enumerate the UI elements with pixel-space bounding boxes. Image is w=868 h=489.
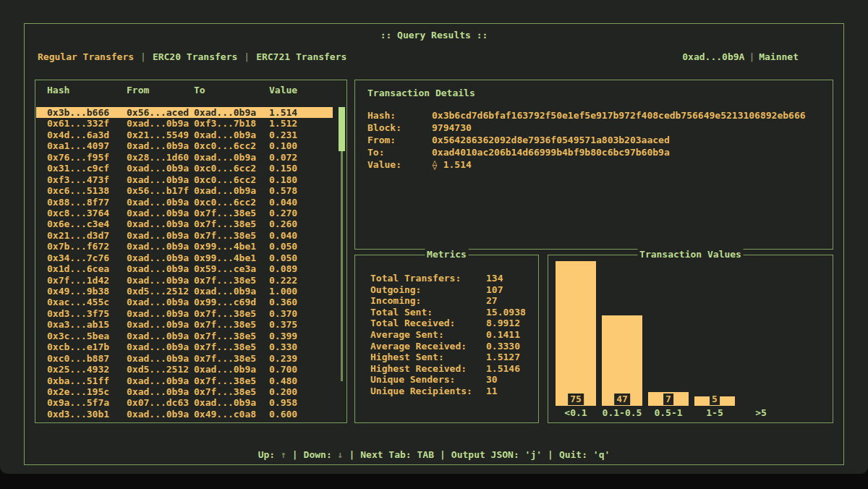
cell-hash: 0xc8...3764 bbox=[47, 208, 127, 218]
cell-hash: 0x88...8f77 bbox=[47, 197, 127, 208]
screen-bottom-strip bbox=[0, 474, 868, 489]
table-row[interactable]: 0x4d...6a3d0x21...55490xad...0b9a0.231 bbox=[36, 129, 333, 140]
cell-value: 0.222 bbox=[269, 275, 333, 286]
cell-hash: 0xf3...473f bbox=[47, 174, 127, 185]
cell-hash: 0xa3...ab15 bbox=[47, 319, 127, 330]
cell-from: 0x21...5549 bbox=[127, 129, 194, 140]
cell-to: 0xad...0b9a bbox=[194, 185, 269, 196]
tab-erc20-transfers[interactable]: ERC20 Transfers bbox=[153, 51, 237, 62]
table-row[interactable]: 0xd3...3f750xad...0b9a0x7f...38e50.370 bbox=[36, 308, 333, 319]
table-row[interactable]: 0xc6...51380x56...b17f0xad...0b9a0.578 bbox=[36, 185, 333, 196]
table-row[interactable]: 0x7f...1d420xad...0b9a0x7f...38e50.222 bbox=[36, 275, 333, 286]
cell-from: 0x28...1d60 bbox=[127, 152, 194, 163]
axis-tick-label: 0.1-0.5 bbox=[599, 407, 645, 418]
cell-from: 0xad...0b9a bbox=[127, 353, 194, 364]
metric-item: Outgoing:107 bbox=[370, 284, 529, 296]
table-row[interactable]: 0xa1...40970xad...0b9a0xc0...6cc20.100 bbox=[36, 140, 333, 151]
help-separator: | bbox=[292, 449, 298, 460]
cell-to: 0x7f...38e5 bbox=[194, 341, 269, 352]
bar-value-label: 47 bbox=[614, 394, 630, 405]
bar-value-label: 5 bbox=[710, 394, 720, 405]
cell-from: 0xad...0b9a bbox=[127, 218, 194, 229]
table-row[interactable]: 0x49...9b380xd5...25120xad...0b9a1.000 bbox=[36, 286, 333, 297]
cell-value: 1.000 bbox=[269, 286, 333, 297]
table-row[interactable]: 0x7b...f6720xad...0b9a0x99...4be10.050 bbox=[36, 241, 333, 252]
detail-value: 0x3b6cd7d6bfaf163792f50e1ef5e917b972f408… bbox=[432, 109, 806, 122]
table-row[interactable]: 0xc0...b8870xad...0b9a0x7f...38e50.239 bbox=[36, 353, 333, 364]
account-separator: | bbox=[749, 51, 754, 62]
cell-hash: 0x4d...6a3d bbox=[47, 129, 127, 140]
cell-value: 0.100 bbox=[269, 140, 333, 151]
account-info: 0xad...0b9A|Mainnet bbox=[682, 51, 799, 62]
table-row[interactable]: 0xf3...473f0xad...0b9a0xc0...6cc20.180 bbox=[36, 174, 333, 185]
cell-value: 0.200 bbox=[269, 386, 333, 397]
metric-value: 107 bbox=[486, 284, 503, 296]
window-title: :: Query Results :: bbox=[25, 30, 843, 41]
cell-to: 0x7f...38e5 bbox=[194, 319, 269, 330]
detail-field: Hash:0x3b6cd7d6bfaf163792f50e1ef5e917b97… bbox=[367, 109, 823, 122]
cell-hash: 0xba...51ff bbox=[47, 375, 127, 386]
axis-tick-label: >5 bbox=[738, 407, 784, 418]
detail-field: Value:⟠ 1.514 bbox=[367, 158, 823, 171]
table-row[interactable]: 0x25...49320xd5...25120xad...0b9a0.700 bbox=[36, 364, 333, 375]
network-name: Mainnet bbox=[759, 51, 799, 62]
cell-from: 0xad...0b9a bbox=[127, 208, 194, 218]
table-row[interactable]: 0x6e...c3e40xad...0b9a0x7f...38e50.260 bbox=[36, 218, 333, 229]
table-row[interactable]: 0x31...c9cf0xad...0b9a0xc0...6cc20.150 bbox=[36, 163, 333, 174]
cell-value: 0.072 bbox=[269, 152, 333, 163]
help-key: ↓ bbox=[338, 449, 344, 460]
table-row[interactable]: 0xc8...37640xad...0b9a0x7f...38e50.270 bbox=[36, 208, 333, 218]
table-row[interactable]: 0xcb...e17b0xad...0b9a0x7f...38e50.330 bbox=[36, 341, 333, 352]
help-key: TAB bbox=[417, 449, 434, 460]
cell-from: 0xad...0b9a bbox=[127, 386, 194, 397]
cell-value: 0.050 bbox=[269, 252, 333, 263]
cell-hash: 0x3b...b666 bbox=[47, 107, 127, 118]
scrollbar-thumb[interactable] bbox=[339, 107, 345, 151]
metric-value: 1.5146 bbox=[486, 363, 520, 375]
table-row[interactable]: 0x3c...5bea0xad...0b9a0x7f...38e50.399 bbox=[36, 331, 333, 341]
scrollbar-track[interactable] bbox=[341, 151, 343, 381]
cell-hash: 0xc0...b887 bbox=[47, 353, 127, 364]
table-row[interactable]: 0x76...f95f0x28...1d600xad...0b9a0.072 bbox=[36, 152, 333, 163]
help-bar: Up: ↑|Down: ↓|Next Tab: TAB|Output JSON:… bbox=[25, 449, 843, 460]
table-row[interactable]: 0xd3...30b10xad...0b9a0x49...c0a80.600 bbox=[36, 409, 333, 420]
table-row[interactable]: 0x88...8f770xad...0b9a0xc0...6cc20.040 bbox=[36, 197, 333, 208]
table-row[interactable]: 0x9a...5f7a0x07...dc630xad...0b9a0.958 bbox=[36, 397, 333, 408]
cell-from: 0xad...0b9a bbox=[127, 230, 194, 241]
table-body: 0x3b...b6660x56...aced0xad...0b9a1.5140x… bbox=[36, 107, 333, 420]
table-row[interactable]: 0x21...d3d70xad...0b9a0x7f...38e50.040 bbox=[36, 230, 333, 241]
tab-regular-transfers[interactable]: Regular Transfers bbox=[38, 51, 134, 62]
details-title: Transaction Details bbox=[367, 88, 475, 98]
help-label: Next Tab: bbox=[360, 449, 417, 460]
metric-item: Average Received:0.3330 bbox=[370, 341, 529, 352]
cell-value: 0.180 bbox=[269, 174, 333, 185]
table-row[interactable]: 0xa3...ab150xad...0b9a0x7f...38e50.375 bbox=[36, 319, 333, 330]
details-fields: Hash:0x3b6cd7d6bfaf163792f50e1ef5e917b97… bbox=[367, 109, 823, 171]
table-row[interactable]: 0x2e...195c0xad...0b9a0x7f...38e50.200 bbox=[36, 386, 333, 397]
cell-to: 0x7f...38e5 bbox=[194, 275, 269, 286]
cell-hash: 0xd3...3f75 bbox=[47, 308, 127, 319]
table-row[interactable]: 0x61...332f0xad...0b9a0xf3...7b181.512 bbox=[36, 118, 333, 129]
cell-value: 0.239 bbox=[269, 353, 333, 364]
table-row[interactable]: 0xac...455c0xad...0b9a0x99...c69d0.360 bbox=[36, 297, 333, 307]
table-row[interactable]: 0x3b...b6660x56...aced0xad...0b9a1.514 bbox=[36, 107, 333, 118]
metrics-title: Metrics bbox=[425, 249, 469, 260]
cell-to: 0xc0...6cc2 bbox=[194, 197, 269, 208]
cell-from: 0xad...0b9a bbox=[127, 197, 194, 208]
bar-value-label: 75 bbox=[568, 394, 584, 405]
table-row[interactable]: 0xba...51ff0xad...0b9a0x7f...38e50.480 bbox=[36, 375, 333, 386]
cell-value: 0.270 bbox=[269, 208, 333, 218]
cell-hash: 0x49...9b38 bbox=[47, 286, 127, 297]
help-key: 'q' bbox=[593, 449, 610, 460]
cell-from: 0xad...0b9a bbox=[127, 275, 194, 286]
table-row[interactable]: 0x1d...6cea0xad...0b9a0x59...ce3a0.089 bbox=[36, 263, 333, 274]
table-row[interactable]: 0x34...7c760xad...0b9a0x99...4be10.050 bbox=[36, 252, 333, 263]
cell-from: 0xad...0b9a bbox=[127, 319, 194, 330]
cell-from: 0x07...dc63 bbox=[127, 397, 194, 408]
cell-to: 0x7f...38e5 bbox=[194, 230, 269, 241]
metric-value: 0.1411 bbox=[486, 329, 520, 341]
tab-erc721-transfers[interactable]: ERC721 Transfers bbox=[256, 51, 346, 62]
account-address: 0xad...0b9A bbox=[682, 51, 744, 62]
cell-to: 0x7f...38e5 bbox=[194, 386, 269, 397]
cell-value: 0.958 bbox=[269, 397, 333, 408]
